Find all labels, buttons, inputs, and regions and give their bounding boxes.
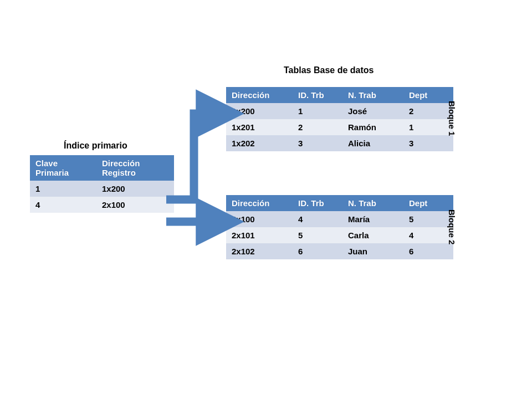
cell-dir: 1x202 [226,135,293,151]
cell-id: 3 [293,135,342,151]
index-header-dir: Dirección Registro [96,155,174,181]
arrow-icon [166,114,220,200]
tablas-title: Tablas Base de datos [284,65,374,75]
col-direccion: Dirección [226,87,293,103]
col-n-trab: N. Trab [342,87,403,103]
block1-header-row: Dirección ID. Trb N. Trab Dept [226,87,453,103]
cell-dept: 6 [403,243,453,259]
cell-dept: 3 [403,135,453,151]
table-row: 1x200 1 José 2 [226,103,453,119]
table-row: 2x100 4 María 5 [226,211,453,227]
block1-table: Dirección ID. Trb N. Trab Dept 1x200 1 J… [226,87,453,151]
cell-id: 2 [293,119,342,135]
cell-id: 1 [293,103,342,119]
table-row: 4 2x100 [30,197,174,213]
cell-dir: 2x101 [226,227,293,243]
cell-dir: 2x102 [226,243,293,259]
block2-header-row: Dirección ID. Trb N. Trab Dept [226,195,453,211]
col-id-trb: ID. Trb [293,87,342,103]
col-dept: Dept [403,87,453,103]
cell-dir: 1x200 [226,103,293,119]
index-cell-dir: 1x200 [96,181,174,197]
indice-title: Índice primario [64,141,127,151]
cell-name: María [342,211,403,227]
col-dept: Dept [403,195,453,211]
cell-dir: 1x201 [226,119,293,135]
cell-name: Carla [342,227,403,243]
table-row: 1x202 3 Alicia 3 [226,135,453,151]
table-row: 2x102 6 Juan 6 [226,243,453,259]
table-row: 1x201 2 Ramón 1 [226,119,453,135]
cell-id: 5 [293,227,342,243]
cell-dept: 1 [403,119,453,135]
index-cell-dir: 2x100 [96,197,174,213]
block2-table: Dirección ID. Trb N. Trab Dept 2x100 4 M… [226,195,453,259]
cell-id: 4 [293,211,342,227]
cell-name: José [342,103,403,119]
cell-dept: 5 [403,211,453,227]
cell-name: Juan [342,243,403,259]
table-row: 1 1x200 [30,181,174,197]
index-cell-clave: 1 [30,181,96,197]
index-header-clave: Clave Primaria [30,155,96,181]
index-table: Clave Primaria Dirección Registro 1 1x20… [30,155,174,213]
block1-label: Bloque 1 [447,101,457,136]
cell-name: Alicia [342,135,403,151]
index-header-row: Clave Primaria Dirección Registro [30,155,174,181]
table-row: 2x101 5 Carla 4 [226,227,453,243]
cell-dept: 2 [403,103,453,119]
cell-name: Ramón [342,119,403,135]
cell-id: 6 [293,243,342,259]
cell-dept: 4 [403,227,453,243]
cell-dir: 2x100 [226,211,293,227]
col-id-trb: ID. Trb [293,195,342,211]
col-n-trab: N. Trab [342,195,403,211]
col-direccion: Dirección [226,195,293,211]
index-cell-clave: 4 [30,197,96,213]
block2-label: Bloque 2 [447,209,457,244]
